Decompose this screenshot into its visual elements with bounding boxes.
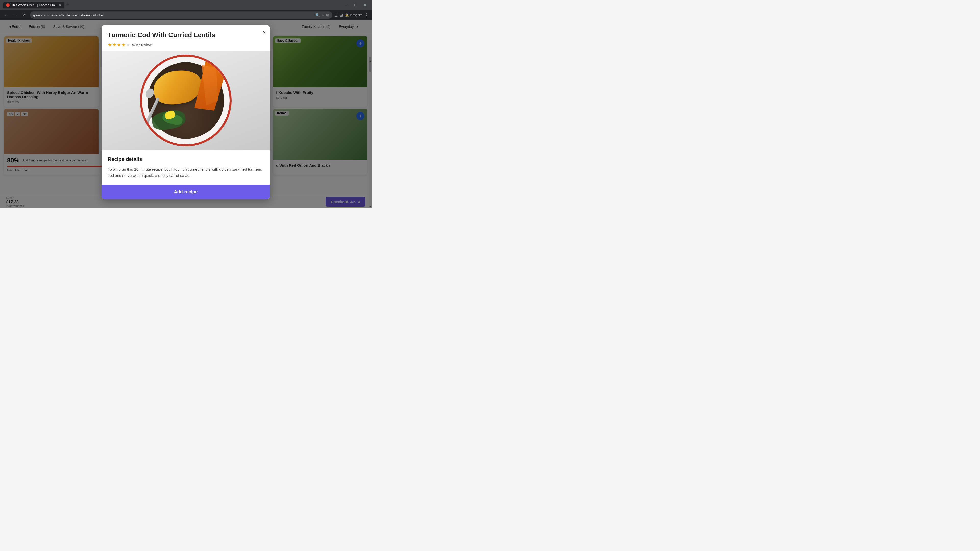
new-tab-button[interactable]: + (65, 3, 71, 8)
layout-icon[interactable]: ⊟ (340, 13, 343, 17)
review-count: 9257 reviews (132, 43, 153, 47)
search-icon[interactable]: 🔍 (315, 13, 320, 17)
tab-bar: This Week's Menu | Choose Fro... ✕ + (3, 2, 341, 8)
recipe-details-heading: Recipe details (108, 156, 264, 162)
active-tab[interactable]: This Week's Menu | Choose Fro... ✕ (3, 2, 64, 8)
modal-header: Turmeric Cod With Curried Lentils ★ ★ ★ … (102, 25, 270, 51)
tab-close-icon[interactable]: ✕ (59, 3, 61, 7)
browser-chrome: This Week's Menu | Choose Fro... ✕ + ─ □… (0, 0, 372, 10)
star-rating: ★ ★ ★ ★ ★ (108, 42, 130, 48)
add-recipe-button[interactable]: Add recipe (102, 185, 270, 199)
extensions-icon[interactable]: ⊞ (326, 13, 329, 17)
star-4: ★ (121, 42, 126, 48)
food-image-background (102, 51, 270, 150)
modal-food-image (102, 51, 270, 150)
star-3: ★ (117, 42, 121, 48)
forward-button[interactable]: → (12, 11, 19, 19)
address-bar-icons: 🔍 ☆ ⊞ (315, 13, 329, 17)
bookmark-icon[interactable]: ☆ (321, 13, 325, 17)
modal-details: Recipe details To whip up this 10 minute… (102, 150, 270, 185)
incognito-label: Incognito (350, 13, 363, 17)
plate-visual (140, 55, 232, 146)
minimize-button[interactable]: ─ (343, 2, 350, 9)
incognito-icon: 🕵 (345, 13, 349, 17)
recipe-details-text: To whip up this 10 minute recipe, you'll… (108, 166, 264, 179)
tab-title: This Week's Menu | Choose Fro... (11, 3, 57, 7)
url-text: gousto.co.uk/menu?collection=calorie-con… (33, 13, 313, 17)
modal-overlay[interactable]: × Turmeric Cod With Curried Lentils ★ ★ … (0, 20, 372, 208)
address-bar[interactable]: gousto.co.uk/menu?collection=calorie-con… (30, 11, 332, 19)
recipe-modal: × Turmeric Cod With Curried Lentils ★ ★ … (102, 25, 270, 199)
reload-button[interactable]: ↻ (21, 11, 28, 19)
maximize-button[interactable]: □ (352, 2, 360, 9)
address-bar-row: ← → ↻ gousto.co.uk/menu?collection=calor… (0, 10, 372, 20)
star-5: ★ (126, 42, 130, 48)
browser-menu-button[interactable]: ⋮ (364, 12, 369, 18)
star-2: ★ (112, 42, 116, 48)
modal-rating: ★ ★ ★ ★ ★ 9257 reviews (108, 42, 264, 48)
window-close-button[interactable]: ✕ (361, 2, 369, 9)
page-content: ◄Edition Edition (8) Save & Savour (10) … (0, 20, 372, 208)
modal-title: Turmeric Cod With Curried Lentils (108, 31, 264, 39)
tab-favicon (6, 3, 10, 7)
star-1: ★ (108, 42, 112, 48)
modal-close-button[interactable]: × (262, 29, 266, 36)
profile-extensions-icon[interactable]: ⊡ (334, 13, 338, 17)
back-button[interactable]: ← (3, 11, 10, 19)
incognito-badge: 🕵 Incognito (345, 13, 363, 17)
